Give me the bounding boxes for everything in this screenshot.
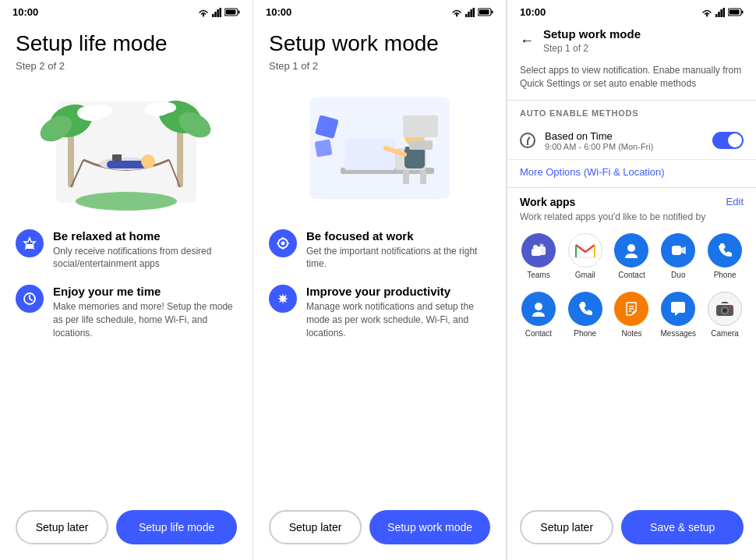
signal-icon-work — [465, 8, 475, 17]
productivity-heading: Improve your productivity — [306, 285, 490, 298]
work-illustration-svg — [294, 86, 465, 214]
productivity-text: Improve your productivity Manage work no… — [306, 285, 490, 339]
relaxed-desc: Only receive notifications from desired … — [53, 245, 237, 271]
life-mode-title: Setup life mode — [16, 30, 237, 57]
status-time-work: 10:00 — [266, 6, 291, 18]
work-setup-later-button[interactable]: Setup later — [269, 510, 362, 544]
svg-rect-1 — [214, 12, 217, 17]
work-apps-title: Work apps — [520, 196, 575, 208]
app-notes[interactable]: Notes — [613, 292, 651, 338]
battery-icon-detail — [728, 8, 744, 16]
gmail-label: Gmail — [575, 271, 595, 279]
clock-hand-minute — [527, 140, 528, 145]
auto-enable-title: Based on Time — [545, 130, 703, 142]
svg-rect-29 — [465, 14, 468, 17]
svg-rect-25 — [26, 244, 33, 249]
svg-point-64 — [533, 245, 538, 250]
work-apps-desc: Work related apps you'd like to be notif… — [507, 210, 756, 230]
auto-enable-label: AUTO ENABLE METHODS — [507, 101, 756, 122]
contact2-label: Contact — [525, 329, 552, 338]
wifi-icon-detail — [701, 8, 712, 17]
battery-icon-work — [478, 8, 493, 16]
productivity-icon — [269, 285, 297, 313]
svg-point-66 — [627, 244, 635, 252]
work-mode-content: Setup work mode Step 1 of 2 — [253, 21, 506, 498]
app-row-1: Teams Gmail — [520, 233, 744, 279]
feature-productivity: Improve your productivity Manage work no… — [269, 285, 490, 339]
clock-icon — [520, 133, 535, 148]
svg-point-50 — [281, 241, 285, 245]
app-gmail[interactable]: Gmail — [567, 233, 604, 279]
messages-label: Messages — [661, 329, 697, 338]
messages-icon — [661, 292, 695, 326]
detail-title: Setup work mode — [543, 27, 641, 41]
metime-heading: Enjoy your me time — [53, 285, 237, 298]
detail-header: ← Setup work mode Step 1 of 2 — [507, 21, 756, 58]
edit-button[interactable]: Edit — [726, 196, 744, 207]
svg-rect-46 — [314, 140, 332, 158]
svg-point-76 — [724, 309, 726, 311]
signal-icon-detail — [715, 8, 725, 17]
work-feature-list: Be focused at work Get the important not… — [269, 229, 490, 498]
feature-relaxed: Be relaxed at home Only receive notifica… — [16, 229, 237, 271]
gmail-icon — [568, 233, 602, 268]
app-duo[interactable]: Duo — [659, 233, 697, 279]
svg-point-69 — [535, 303, 542, 310]
svg-rect-34 — [492, 11, 493, 14]
svg-rect-61 — [730, 10, 740, 15]
notes-label: Notes — [621, 329, 641, 338]
duo-icon — [661, 233, 695, 268]
productivity-desc: Manage work notifications and setup the … — [306, 300, 490, 339]
app-row-2: Contact Phone — [520, 292, 744, 338]
svg-rect-67 — [672, 246, 681, 255]
detail-title-block: Setup work mode Step 1 of 2 — [543, 27, 641, 55]
camera-icon — [708, 292, 742, 326]
auto-enable-sublabel: 9:00 AM - 6:00 PM (Mon-Fri) — [545, 142, 703, 151]
svg-rect-44 — [404, 147, 425, 168]
svg-rect-48 — [409, 140, 433, 150]
work-mode-buttons: Setup later Setup work mode — [253, 498, 506, 560]
focused-icon — [269, 229, 297, 257]
svg-rect-18 — [107, 161, 146, 168]
app-contact2[interactable]: Contact — [520, 292, 557, 338]
more-options-link[interactable]: More Options (Wi-Fi & Location) — [507, 160, 756, 188]
teams-icon — [521, 233, 556, 268]
setup-work-mode-button[interactable]: Setup work mode — [369, 510, 490, 544]
app-messages[interactable]: Messages — [659, 292, 697, 338]
app-phone[interactable]: Phone — [706, 233, 744, 279]
work-mode-illustration — [269, 84, 490, 217]
phone2-icon — [568, 292, 602, 326]
app-camera[interactable]: Camera — [706, 292, 744, 338]
svg-rect-56 — [718, 12, 720, 17]
detail-description: Select apps to view notification. Enabe … — [507, 58, 756, 101]
svg-rect-58 — [723, 8, 726, 17]
app-teams[interactable]: Teams — [520, 233, 557, 279]
feature-focused: Be focused at work Get the important not… — [269, 229, 490, 271]
save-setup-button[interactable]: Save & setup — [621, 510, 744, 544]
back-button[interactable]: ← — [520, 33, 534, 49]
status-time-life: 10:00 — [12, 6, 38, 18]
status-bar-detail: 10:00 — [507, 0, 756, 21]
duo-label: Duo — [671, 271, 685, 279]
teams-label: Teams — [527, 271, 549, 279]
life-setup-later-button[interactable]: Setup later — [16, 510, 108, 544]
svg-point-22 — [90, 105, 112, 117]
detail-setup-later-button[interactable]: Setup later — [520, 510, 613, 544]
status-bar-life: 10:00 — [0, 0, 253, 21]
detail-step: Step 1 of 2 — [543, 43, 588, 54]
setup-life-mode-button[interactable]: Setup life mode — [116, 510, 237, 544]
focused-desc: Get the important notifications at the r… — [306, 245, 490, 271]
metime-icon — [16, 285, 44, 313]
svg-rect-31 — [470, 9, 472, 17]
svg-point-24 — [157, 102, 176, 113]
app-phone2[interactable]: Phone — [567, 292, 604, 338]
auto-enable-toggle[interactable] — [712, 132, 744, 149]
svg-line-28 — [30, 299, 32, 300]
app-contact[interactable]: Contact — [613, 233, 651, 279]
svg-rect-47 — [403, 115, 438, 137]
status-icons-life — [198, 8, 240, 17]
relaxed-heading: Be relaxed at home — [53, 229, 237, 243]
focused-heading: Be focused at work — [306, 229, 490, 243]
status-time-detail: 10:00 — [520, 6, 546, 18]
svg-rect-0 — [212, 14, 214, 17]
